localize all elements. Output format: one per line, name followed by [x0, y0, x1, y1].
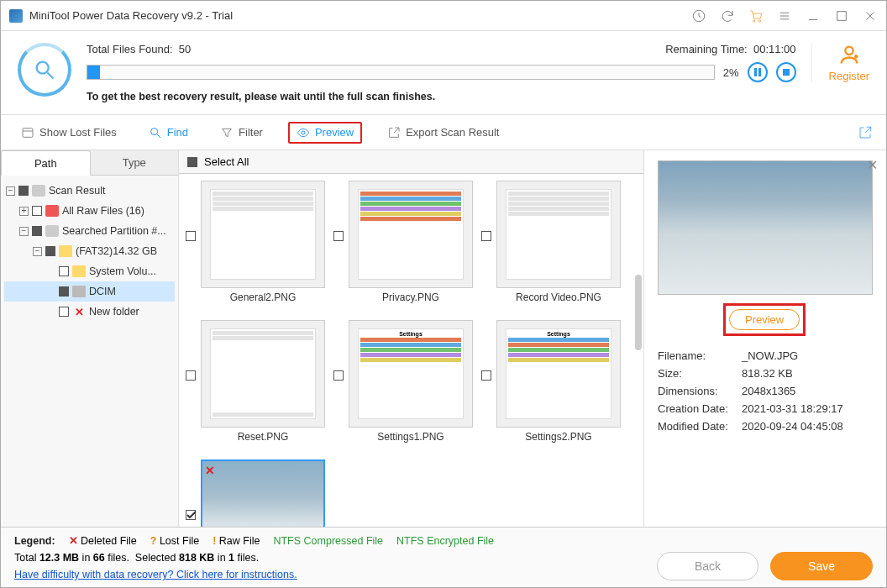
window-title: MiniTool Power Data Recovery v9.2 - Tria…	[29, 9, 691, 22]
deleted-marker-icon: ✕	[205, 464, 215, 477]
thumb-settings1[interactable]: SettingsSettings1.PNG	[333, 320, 475, 444]
tree-fat32[interactable]: −(FAT32)14.32 GB	[4, 241, 175, 261]
tree-new-folder[interactable]: ✕New folder	[4, 302, 175, 322]
legend-ntfs-encrypted: NTFS Encrypted File	[396, 535, 494, 547]
menu-icon[interactable]	[777, 8, 792, 24]
tab-path[interactable]: Path	[1, 150, 91, 176]
preview-button[interactable]: Preview	[729, 309, 800, 330]
tree-searched-partition[interactable]: −Searched Partition #...	[4, 221, 175, 241]
find-button[interactable]: Find	[142, 123, 195, 143]
scan-header: Total Files Found: 50 Remaining Time: 00…	[1, 31, 886, 115]
scrollbar-vertical[interactable]	[635, 275, 642, 350]
svg-point-2	[758, 19, 760, 21]
svg-rect-14	[783, 69, 790, 76]
thumbnail-area: General2.PNG Privacy.PNG Record Video.PN…	[179, 174, 643, 527]
footer-totals: Total 12.3 MB in 66 files. Selected 818 …	[14, 552, 297, 564]
progress-bar	[87, 65, 715, 80]
svg-point-22	[302, 131, 305, 134]
refresh-icon[interactable]	[720, 8, 735, 24]
legend-ntfs-compressed: NTFS Compressed File	[273, 535, 383, 547]
thumb-reset[interactable]: Reset.PNG	[186, 320, 327, 444]
meta-modified-value: 2020-09-24 04:45:08	[742, 420, 843, 433]
files-found-label: Total Files Found:	[87, 43, 173, 55]
tree-all-raw-files[interactable]: +All Raw Files (16)	[4, 201, 175, 221]
svg-point-20	[150, 128, 157, 134]
titlebar: MiniTool Power Data Recovery v9.2 - Tria…	[1, 1, 886, 31]
svg-point-10	[37, 62, 49, 74]
svg-rect-13	[758, 68, 761, 76]
center-pane: Select All General2.PNG Privacy.PNG Reco…	[179, 150, 644, 527]
preview-pane: ✕ Preview Filename:_NOW.JPG Size:818.32 …	[644, 150, 886, 527]
cart-icon[interactable]	[748, 8, 764, 24]
main-area: Path Type −Scan Result +All Raw Files (1…	[1, 150, 886, 527]
svg-line-11	[48, 73, 54, 79]
legend-label: Legend:	[14, 535, 55, 547]
save-button[interactable]: Save	[770, 552, 873, 580]
thumb-settings2[interactable]: SettingsSettings2.PNG	[481, 320, 622, 444]
show-lost-files-button[interactable]: Show Lost Files	[14, 123, 123, 143]
meta-creation-value: 2021-03-31 18:29:17	[742, 402, 843, 415]
thumb-record-video[interactable]: Record Video.PNG	[481, 181, 622, 305]
remaining-value: 00:11:00	[753, 43, 796, 55]
toolbar: Show Lost Files Find Filter Preview Expo…	[1, 115, 886, 150]
svg-rect-7	[837, 11, 847, 20]
files-found-value: 50	[179, 43, 191, 55]
tree: −Scan Result +All Raw Files (16) −Search…	[1, 176, 178, 327]
register-button[interactable]: Register	[811, 43, 869, 82]
scan-message: To get the best recovery result, please …	[87, 91, 796, 102]
minimize-icon[interactable]	[806, 8, 821, 24]
file-metadata: Filename:_NOW.JPG Size:818.32 KB Dimensi…	[658, 349, 873, 433]
maximize-icon[interactable]	[834, 8, 849, 24]
thumb-privacy[interactable]: Privacy.PNG	[333, 181, 475, 305]
share-icon[interactable]	[858, 125, 873, 140]
meta-dimensions-value: 2048x1365	[742, 385, 795, 397]
scan-spinner-icon	[18, 43, 71, 97]
tree-system-volume[interactable]: System Volu...	[4, 261, 175, 281]
meta-creation-label: Creation Date:	[658, 402, 742, 415]
progress-fill	[87, 66, 100, 79]
legend: Legend: ✕ Deleted File ? Lost File ! Raw…	[14, 534, 873, 547]
remaining-label: Remaining Time:	[665, 43, 748, 55]
thumb-general2[interactable]: General2.PNG	[186, 181, 327, 305]
svg-line-21	[157, 134, 160, 138]
svg-point-1	[753, 19, 755, 21]
meta-size-value: 818.32 KB	[742, 367, 793, 380]
app-logo-icon	[9, 9, 23, 23]
pause-button[interactable]	[748, 62, 768, 82]
close-preview-icon[interactable]: ✕	[867, 157, 878, 173]
export-button[interactable]: Export Scan Result	[381, 123, 506, 143]
tree-dcim[interactable]: DCIM	[4, 281, 175, 302]
tree-scan-result[interactable]: −Scan Result	[4, 181, 175, 201]
meta-dimensions-label: Dimensions:	[658, 385, 742, 397]
stop-button[interactable]	[776, 62, 796, 82]
meta-modified-label: Modified Date:	[658, 420, 742, 433]
preview-button-highlight: Preview	[723, 303, 806, 336]
meta-size-label: Size:	[658, 367, 742, 380]
filter-button[interactable]: Filter	[213, 123, 270, 143]
close-icon[interactable]	[863, 8, 878, 24]
footer: Legend: ✕ Deleted File ? Lost File ! Raw…	[1, 527, 886, 587]
history-icon[interactable]	[691, 8, 706, 24]
thumb-now-jpg[interactable]: ✕_NOW.JPG	[186, 459, 327, 527]
svg-rect-12	[754, 68, 757, 76]
select-all-row[interactable]: Select All	[179, 150, 643, 174]
meta-filename-label: Filename:	[658, 349, 742, 362]
svg-point-15	[845, 47, 853, 55]
tab-type[interactable]: Type	[91, 150, 179, 176]
progress-percent: 2%	[723, 66, 739, 79]
preview-toolbar-button[interactable]: Preview	[288, 122, 362, 144]
left-pane: Path Type −Scan Result +All Raw Files (1…	[1, 150, 179, 527]
preview-image	[658, 160, 873, 295]
meta-filename-value: _NOW.JPG	[742, 349, 798, 362]
svg-rect-18	[23, 128, 33, 137]
back-button[interactable]: Back	[657, 552, 758, 580]
help-link[interactable]: Have difficulty with data recovery? Clic…	[14, 569, 297, 580]
